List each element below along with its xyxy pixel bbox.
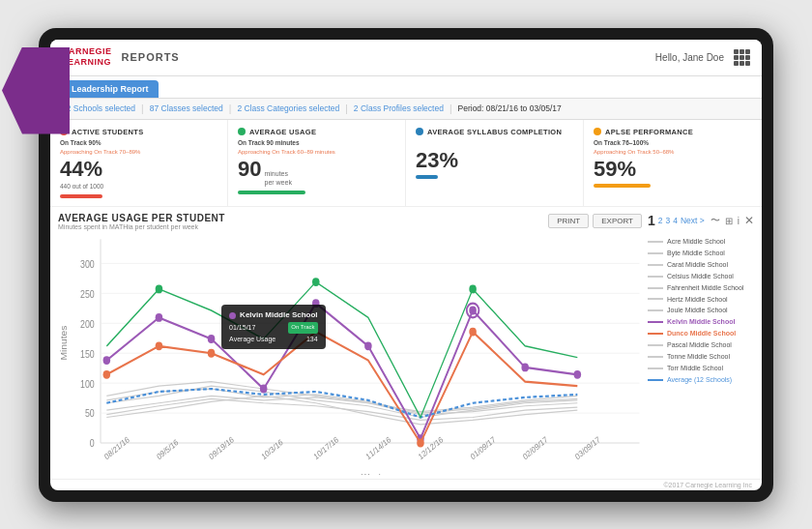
legend-item: Byte Middle School [648,248,754,259]
metric-active-students: ACTIVE STUDENTS On Track 90% Approaching… [50,120,228,207]
bar-syllabus [416,175,438,179]
legend-item-kelvin: Kelvin Middle School [648,316,754,328]
svg-point-44 [312,278,320,286]
svg-point-41 [417,439,424,448]
legend-line-carat [648,264,663,266]
svg-point-42 [469,328,477,337]
svg-text:150: 150 [80,348,95,360]
filter-class-profiles[interactable]: 2 Class Profiles selected [354,103,444,113]
apps-icon[interactable] [734,49,750,66]
svg-point-45 [469,285,477,294]
legend-line-acre [648,241,663,243]
legend-label-celsius: Celsius Middle School [667,271,734,282]
copyright-text: ©2017 Carnegie Learning Inc [663,482,752,488]
filter-class-categories[interactable]: 2 Class Categories selected [237,103,339,113]
svg-text:02/09/17: 02/09/17 [522,435,550,462]
legend-label-joule: Joule Middle School [667,305,728,316]
legend-line-dunco [648,333,663,335]
tabs-bar: Leadership Report [50,76,762,99]
metric-aplse: APLSE PERFORMANCE On Track 76–100% Appro… [584,120,762,207]
legend-item: Tonne Middle School [648,351,754,363]
legend-line-kelvin [648,321,663,323]
chart-section: AVERAGE USAGE PER STUDENT Minutes spent … [50,207,762,478]
app-header: CARNEGIE LEARNING REPORTS Hello, Jane Do… [50,40,762,76]
metric-sub-usage: On Track 90 minutes Approaching On Track… [238,138,395,156]
legend-line-average [648,379,663,381]
legend-label-acre: Acre Middle School [667,236,725,248]
legend-line-joule [648,309,663,311]
wave-icon[interactable]: 〜 [710,214,720,227]
page-4[interactable]: 4 [673,216,678,225]
legend-label-tonne: Tonne Middle School [667,351,730,363]
metric-sub-syllabus [416,138,573,147]
close-icon[interactable]: ✕ [744,214,754,227]
svg-text:Minutes: Minutes [59,325,69,360]
average-usage-dot [238,128,246,135]
svg-text:10/17/16: 10/17/16 [312,435,340,462]
svg-text:08/21/16: 08/21/16 [103,435,131,462]
legend-label-torr: Torr Middle School [667,363,723,374]
legend-label-carat: Carat Middle School [667,259,728,271]
legend-item-dunco: Dunco Middle School [648,328,754,339]
metric-sub-aplse: On Track 76–100% Approaching On Track 50… [594,138,752,156]
metric-value-usage: 90 [238,159,261,180]
metric-title-syllabus: AVERAGE SYLLABUS COMPLETION [416,128,573,136]
svg-text:250: 250 [80,288,95,300]
tab-leadership-report[interactable]: Leadership Report [62,80,159,98]
legend-line-fahrenheit [648,287,663,289]
copyright-footer: ©2017 Carnegie Learning Inc [50,479,762,490]
screen: CARNEGIE LEARNING REPORTS Hello, Jane Do… [50,40,762,490]
device-wrapper: CARNEGIE LEARNING REPORTS Hello, Jane Do… [29,18,783,512]
metric-extra-active: 440 out of 1000 [60,182,218,191]
filter-bar: 12 Schools selected | 87 Classes selecte… [50,99,762,120]
grid-view-icon[interactable]: ⊞ [725,216,733,226]
print-export-buttons: PRINT EXPORT [548,214,642,228]
legend-label-dunco: Dunco Middle School [667,328,736,339]
decorative-purple-shape [2,47,70,134]
svg-point-30 [208,335,216,343]
page-2[interactable]: 2 [658,216,663,225]
svg-text:300: 300 [80,258,95,270]
page-3[interactable]: 3 [665,216,670,225]
chart-legend: Acre Middle School Byte Middle School Ca… [648,232,754,474]
legend-label-fahrenheit: Fahrenheit Middle School [667,282,743,294]
metrics-row: ACTIVE STUDENTS On Track 90% Approaching… [50,120,762,208]
bar-average-usage [238,191,305,194]
export-button[interactable]: EXPORT [593,214,642,228]
hello-text: Hello, Jane Doe [655,52,724,63]
tablet-frame: CARNEGIE LEARNING REPORTS Hello, Jane Do… [39,28,773,502]
reports-label: REPORTS [122,51,180,63]
legend-item-average: Average (12 Schools) [648,374,754,386]
legend-item: Fahrenheit Middle School [648,282,754,294]
pagination: 1 2 3 4 Next > [648,213,705,228]
filter-schools[interactable]: 12 Schools selected [62,103,135,113]
metric-unit-usage: minutesper week [264,169,291,187]
svg-text:50: 50 [85,408,95,420]
metric-title-active: ACTIVE STUDENTS [60,128,218,136]
legend-item: Torr Middle School [648,363,754,374]
logo-area: CARNEGIE LEARNING REPORTS [62,46,180,68]
legend-label-pascal: Pascal Middle School [667,339,732,351]
svg-text:100: 100 [80,378,95,390]
legend-item: Joule Middle School [648,305,754,316]
info-icon[interactable]: i [738,216,740,226]
metric-title-usage: AVERAGE USAGE [238,128,395,136]
metric-bar-aplse [594,184,752,188]
svg-point-38 [103,370,111,379]
bar-active-students [60,194,102,198]
svg-point-29 [156,313,163,322]
svg-point-39 [156,342,163,351]
svg-text:0: 0 [90,438,95,450]
filter-classes[interactable]: 87 Classes selected [150,103,223,113]
page-current: 1 [648,213,655,228]
page-next[interactable]: Next > [681,216,705,225]
chart-content: 0 50 100 150 200 250 300 Minutes 08/21/1… [58,232,754,474]
bar-aplse [594,184,651,188]
svg-point-35 [469,307,477,315]
legend-line-torr [648,367,663,369]
chart-controls: PRINT EXPORT 1 2 3 4 Next > 〜 ⊞ [548,213,754,228]
chart-title: AVERAGE USAGE PER STUDENT [58,213,225,223]
print-button[interactable]: PRINT [548,214,589,228]
legend-item: Hertz Middle School [648,294,754,306]
metric-value-aplse: 59% [594,159,752,180]
